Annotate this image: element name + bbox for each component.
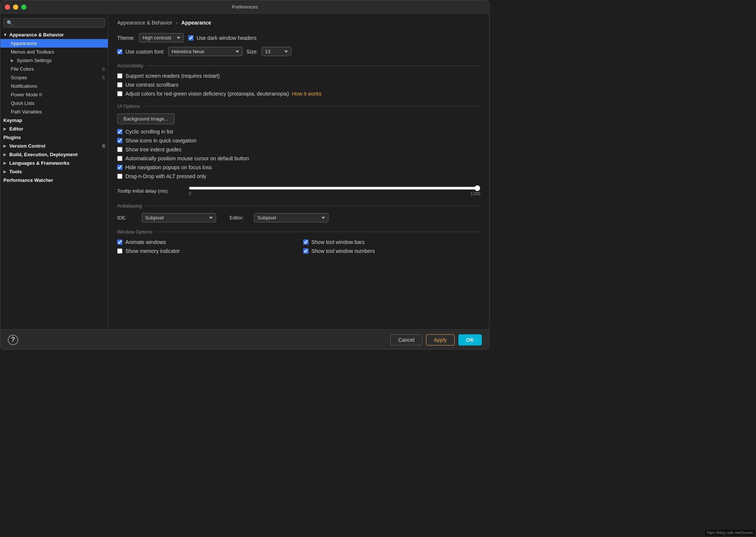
sidebar-item-file-colors[interactable]: File Colors ⎘ <box>0 65 108 73</box>
theme-label: Theme: <box>117 35 135 41</box>
contrast-scrollbars-checkbox[interactable] <box>117 82 122 87</box>
copy-icon: ⎘ <box>102 144 105 149</box>
minimize-button[interactable] <box>13 4 18 10</box>
screen-readers-checkbox[interactable] <box>117 73 122 78</box>
sidebar-item-path-variables[interactable]: Path Variables <box>0 107 108 116</box>
sidebar-item-languages-frameworks[interactable]: ▶ Languages & Frameworks <box>0 159 108 167</box>
show-memory-checkbox[interactable] <box>117 248 122 254</box>
dark-window-headers-checkbox[interactable] <box>188 35 193 41</box>
help-button[interactable]: ? <box>8 335 18 345</box>
dark-window-headers-label: Use dark window headers <box>196 35 256 41</box>
sidebar-item-scopes[interactable]: Scopes ⎘ <box>0 73 108 82</box>
maximize-button[interactable] <box>21 4 26 10</box>
custom-font-option[interactable]: Use custom font: <box>117 49 164 55</box>
show-tool-window-numbers-option[interactable]: Show tool window numbers <box>303 248 480 254</box>
sidebar-item-plugins[interactable]: Plugins <box>0 133 108 142</box>
sidebar-item-tools[interactable]: ▶ Tools <box>0 167 108 176</box>
animate-windows-option[interactable]: Animate windows <box>117 239 294 245</box>
sidebar-item-label: Appearance & Behavior <box>9 32 64 38</box>
sidebar-item-label: Editor <box>9 126 23 132</box>
adjust-colors-option[interactable]: Adjust colors for red-green vision defic… <box>117 91 289 97</box>
window-controls <box>5 4 26 10</box>
show-tool-window-bars-option[interactable]: Show tool window bars <box>303 239 480 245</box>
screen-readers-option[interactable]: Support screen readers (requires restart… <box>117 73 480 79</box>
drag-drop-checkbox[interactable] <box>117 174 122 179</box>
animate-windows-checkbox[interactable] <box>117 239 122 245</box>
show-icons-checkbox[interactable] <box>117 138 122 143</box>
expand-icon: ▶ <box>3 127 8 131</box>
sidebar-item-quick-lists[interactable]: Quick Lists <box>0 99 108 107</box>
accessibility-header: Accessibility <box>117 63 480 68</box>
theme-row: Theme: High contrast Darcula Light Intel… <box>117 33 480 42</box>
window-options-header-label: Window Options <box>117 229 153 235</box>
sidebar-item-label: Plugins <box>3 135 21 140</box>
show-tree-option[interactable]: Show tree indent guides <box>117 147 480 152</box>
window-options-header: Window Options <box>117 229 480 235</box>
sidebar-item-label: File Colors <box>11 66 34 72</box>
ok-button[interactable]: OK <box>458 334 482 345</box>
dark-window-headers-option[interactable]: Use dark window headers <box>188 35 256 41</box>
search-input[interactable] <box>3 18 105 28</box>
sidebar-item-keymap[interactable]: Keymap <box>0 116 108 125</box>
expand-icon: ▶ <box>3 144 8 148</box>
slider-min: 0 <box>189 191 191 196</box>
sidebar-item-label: Quick Lists <box>11 100 35 106</box>
sidebar-item-editor[interactable]: ▶ Editor <box>0 125 108 133</box>
sidebar-item-label: Power Mode II <box>11 92 42 97</box>
breadcrumb: Appearance & Behavior › Appearance <box>117 20 480 26</box>
background-image-button[interactable]: Background Image... <box>117 113 174 124</box>
size-select[interactable]: 11 12 13 14 15 16 <box>262 47 291 56</box>
ide-antialias-label: IDE: <box>117 215 136 221</box>
screen-readers-label: Support screen readers (requires restart… <box>125 73 220 79</box>
show-tool-window-bars-checkbox[interactable] <box>303 239 308 245</box>
drag-drop-option[interactable]: Drag-n-Drop with ALT pressed only <box>117 173 480 179</box>
sidebar-item-menus-toolbars[interactable]: Menus and Toolbars <box>0 48 108 56</box>
sidebar-item-build-exec-deploy[interactable]: ▶ Build, Execution, Deployment <box>0 150 108 159</box>
hide-nav-popups-checkbox[interactable] <box>117 165 122 170</box>
size-label: Size: <box>246 49 258 55</box>
sidebar-item-label: Languages & Frameworks <box>9 160 70 166</box>
show-tool-window-numbers-checkbox[interactable] <box>303 248 308 254</box>
sidebar-item-label: Performance Watcher <box>3 177 53 183</box>
sidebar-item-version-control[interactable]: ▶ Version Control ⎘ <box>0 142 108 150</box>
editor-antialias-select[interactable]: Subpixel Greyscale None <box>254 213 329 222</box>
contrast-scrollbars-option[interactable]: Use contrast scrollbars <box>117 82 480 88</box>
slider-values: 0 1200 <box>189 191 480 196</box>
antialias-row: IDE: Subpixel Greyscale None Editor: Sub… <box>117 213 480 222</box>
how-it-works-link[interactable]: How it works <box>292 91 321 97</box>
sidebar-search-container[interactable] <box>3 18 105 28</box>
apply-button[interactable]: Apply <box>426 334 455 345</box>
show-icons-option[interactable]: Show icons in quick navigation <box>117 138 480 144</box>
ide-antialias-select[interactable]: Subpixel Greyscale None <box>142 213 216 222</box>
tooltip-slider[interactable] <box>189 185 480 191</box>
antialiasing-header-label: Antialiasing <box>117 203 142 209</box>
auto-position-label: Automatically position mouse cursor on d… <box>125 155 249 161</box>
accessibility-header-label: Accessibility <box>117 63 144 68</box>
sidebar-item-appearance[interactable]: Appearance <box>0 39 108 48</box>
auto-position-option[interactable]: Automatically position mouse cursor on d… <box>117 155 480 161</box>
sidebar-item-notifications[interactable]: Notifications <box>0 82 108 90</box>
show-tree-checkbox[interactable] <box>117 147 122 152</box>
sidebar-item-label: Scopes <box>11 75 27 80</box>
close-button[interactable] <box>5 4 10 10</box>
ui-options-header: UI Options <box>117 103 480 109</box>
sidebar-item-performance-watcher[interactable]: Performance Watcher <box>0 176 108 184</box>
copy-icon: ⎘ <box>102 67 105 72</box>
show-memory-option[interactable]: Show memory indicator <box>117 248 294 254</box>
show-tool-window-numbers-label: Show tool window numbers <box>311 248 375 254</box>
cyclic-scrolling-label: Cyclic scrolling in list <box>125 129 173 135</box>
sidebar-item-power-mode[interactable]: Power Mode II <box>0 90 108 99</box>
sidebar-item-appearance-behavior[interactable]: ▼ Appearance & Behavior <box>0 30 108 39</box>
custom-font-checkbox[interactable] <box>117 49 122 54</box>
hide-nav-popups-option[interactable]: Hide navigation popups on focus loss <box>117 164 480 170</box>
titlebar: Preferences <box>0 0 489 14</box>
theme-select[interactable]: High contrast Darcula Light IntelliJ <box>139 33 184 42</box>
cyclic-scrolling-option[interactable]: Cyclic scrolling in list <box>117 129 480 135</box>
cancel-button[interactable]: Cancel <box>390 334 422 345</box>
cyclic-scrolling-checkbox[interactable] <box>117 129 122 134</box>
show-tool-window-bars-label: Show tool window bars <box>311 239 365 245</box>
sidebar-item-system-settings[interactable]: ▶ System Settings <box>0 56 108 65</box>
auto-position-checkbox[interactable] <box>117 156 122 161</box>
font-select[interactable]: Helvetica Neue Arial Consolas Monaco <box>168 47 243 56</box>
adjust-colors-checkbox[interactable] <box>117 91 122 96</box>
